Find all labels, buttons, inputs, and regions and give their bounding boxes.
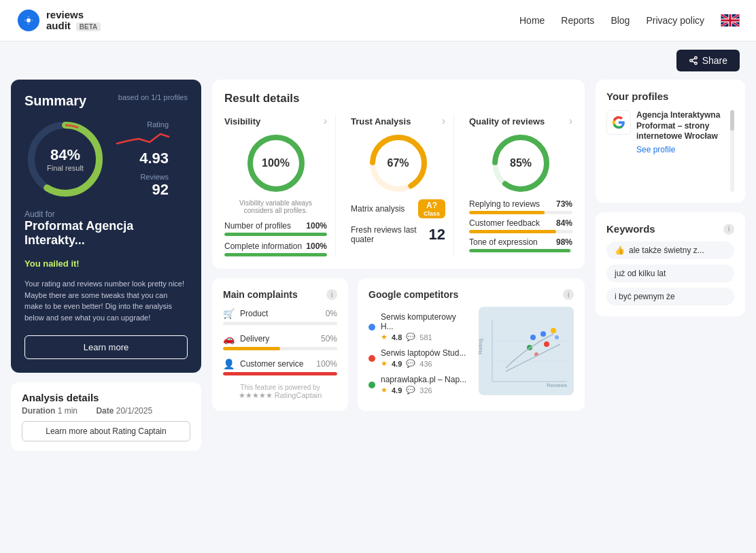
delivery-label: Delivery: [240, 334, 269, 343]
analysis-title: Analysis details: [22, 392, 190, 403]
share-button[interactable]: Share: [676, 50, 740, 71]
complaint-delivery: 🚗 Delivery 50%: [223, 333, 337, 350]
analysis-card: Analysis details Duration 1 min Date 20/…: [11, 382, 201, 451]
profile-details: Agencja Interaktywna Proformat – strony …: [636, 110, 725, 154]
comp-meta-3: ★ 4.9 💬 326: [381, 386, 466, 395]
nav-privacy[interactable]: Privacy policy: [646, 15, 704, 26]
comp-name-1: Serwis komputerowy H...: [381, 312, 470, 331]
final-label: Final result: [47, 164, 84, 172]
thumbs-icon-1: 👍: [615, 246, 625, 255]
comp-dot-1: [368, 324, 375, 331]
share-label: Share: [702, 55, 727, 66]
main-grid: Summary based on 1/1 profiles 84%: [0, 71, 756, 462]
profile-name: Agencja Interaktywna Proformat – strony …: [636, 110, 725, 142]
keywords-card: Keywords i 👍 ale także świetny z... już …: [596, 212, 745, 316]
info-bar: [224, 253, 327, 256]
replying-label: Replying to reviews: [469, 199, 540, 209]
logo-icon: [16, 8, 41, 33]
competitor-2: Serwis laptopów Stud... ★ 4.9 💬 436: [368, 348, 470, 368]
competitor-list: Serwis komputerowy H... ★ 4.8 💬 581: [368, 312, 470, 395]
comp-meta-1: ★ 4.8 💬 581: [381, 333, 470, 341]
quality-arrow: ›: [569, 115, 572, 127]
svg-point-4: [694, 56, 697, 59]
competitors-info-icon: i: [563, 289, 574, 300]
keywords-info-icon: i: [723, 224, 734, 235]
left-column: Summary based on 1/1 profiles 84%: [11, 80, 201, 451]
rating-captain-button[interactable]: Learn more about Rating Captain: [22, 421, 190, 441]
svg-point-2: [27, 18, 31, 22]
complaint-product: 🛒 Product 0%: [223, 308, 337, 325]
svg-point-6: [694, 62, 697, 65]
competitors-title: Google competitors: [368, 289, 458, 300]
keywords-title: Keywords: [606, 223, 655, 235]
see-profile-link[interactable]: See profile: [636, 145, 725, 154]
matrix-badge: A? Class: [418, 199, 445, 218]
service-label: Customer service: [240, 359, 303, 369]
flag-icon: [721, 14, 740, 27]
visibility-note: Visibility variable always considers all…: [224, 199, 327, 214]
bottom-row: Main complaints i 🛒 Product 0% 🚗: [212, 278, 585, 411]
product-icon: 🛒: [223, 308, 235, 319]
trust-arrow: ›: [442, 115, 445, 127]
service-value: 100%: [316, 359, 337, 369]
comp-dot-3: [368, 382, 375, 388]
nav-home[interactable]: Home: [519, 15, 545, 26]
keyword-chip-1: 👍 ale także świetny z...: [606, 241, 734, 259]
logo-text: reviews audit BETA: [46, 10, 101, 32]
learn-more-button[interactable]: Learn more: [24, 335, 188, 359]
info-label: Complete information: [224, 241, 302, 251]
matrix-label: Matrix analysis: [351, 204, 405, 214]
product-label: Product: [240, 309, 268, 318]
right-column: Your profiles Agencja Interaktywna Profo…: [596, 80, 745, 451]
comp-name-2: Serwis laptopów Stud...: [381, 348, 466, 358]
product-value: 0%: [326, 309, 337, 318]
logo-audit-text: audit: [46, 20, 71, 32]
duration-label: Duration 1 min: [22, 406, 86, 416]
profiles-label: Number of profiles: [224, 221, 291, 231]
trust-percent: 67%: [387, 157, 409, 169]
svg-line-7: [692, 61, 695, 63]
powered-by: This feature is powered by ★★★★★ RatingC…: [223, 384, 337, 400]
svg-point-26: [551, 328, 556, 333]
scrollbar-thumb[interactable]: [730, 110, 734, 131]
result-metrics-grid: Visibility › 100% Visibility variable al…: [224, 115, 572, 256]
quality-donut: 85%: [490, 133, 551, 194]
fresh-value: 12: [429, 226, 445, 244]
profiles-title: Your profiles: [606, 90, 668, 102]
complaints-info-icon: i: [326, 289, 337, 300]
competitors-chart: Reviews Rating: [479, 307, 574, 395]
rating-label: Rating: [114, 120, 169, 129]
rating-value: 4.93: [114, 150, 169, 167]
date-label: Date 20/1/2025: [96, 406, 160, 416]
logo-area: reviews audit BETA: [16, 8, 101, 33]
quality-percent: 85%: [510, 157, 532, 169]
customer-icon: 👤: [223, 358, 235, 369]
competitors-inner: Serwis komputerowy H... ★ 4.8 💬 581: [368, 307, 574, 395]
summary-card: Summary based on 1/1 profiles 84%: [11, 80, 201, 373]
info-value: 100%: [306, 241, 327, 251]
svg-point-24: [540, 331, 546, 337]
keyword-chip-2: już od kilku lat: [606, 265, 734, 282]
comp-meta-2: ★ 4.9 💬 436: [381, 359, 466, 368]
share-icon: [689, 56, 698, 65]
svg-point-5: [689, 59, 692, 62]
center-column: Result details Visibility ›: [212, 80, 585, 451]
tone-label: Tone of expression: [469, 237, 538, 247]
final-score-donut: 84% Final result: [24, 118, 106, 200]
svg-text:Reviews: Reviews: [547, 382, 567, 388]
feedback-value: 84%: [556, 218, 572, 228]
competitors-card: Google competitors i Serwis komputerowy …: [358, 278, 585, 411]
nav-reports[interactable]: Reports: [561, 15, 594, 26]
visibility-donut: 100%: [245, 133, 307, 194]
nav-blog[interactable]: Blog: [611, 15, 630, 26]
scrollbar-track: [730, 110, 734, 192]
google-icon: [606, 110, 631, 135]
complaint-customer-service: 👤 Customer service 100%: [223, 358, 337, 375]
profiles-bar: [224, 233, 327, 236]
profiles-card: Your profiles Agencja Interaktywna Profo…: [596, 80, 745, 203]
tone-value: 98%: [556, 237, 572, 247]
visibility-block: Visibility › 100% Visibility variable al…: [224, 115, 336, 256]
reviews-label: Reviews: [114, 173, 169, 181]
profile-item: Agencja Interaktywna Proformat – strony …: [606, 110, 734, 192]
complaints-title: Main complaints: [223, 289, 298, 300]
